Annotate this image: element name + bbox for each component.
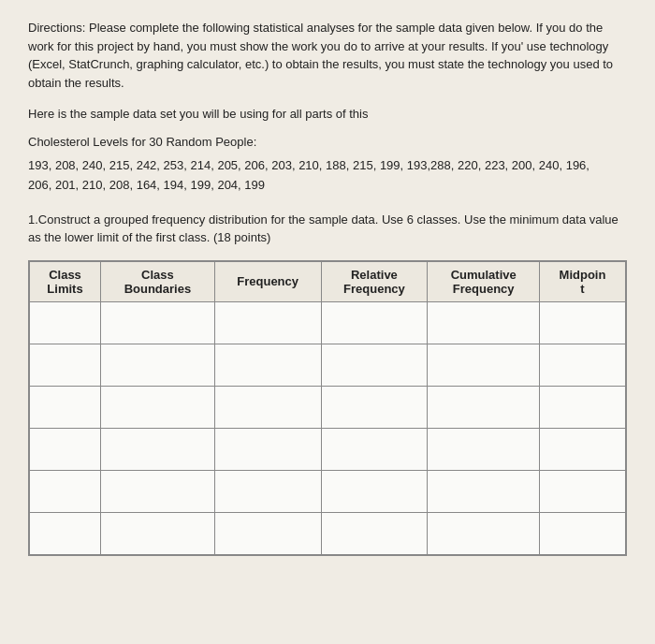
- cell-relative-frequency[interactable]: [321, 344, 428, 386]
- table-row: [30, 428, 626, 470]
- cholesterol-title: Cholesterol Levels for 30 Random People:: [28, 133, 627, 152]
- cell-class-boundaries[interactable]: [101, 512, 215, 554]
- table-row: [30, 301, 626, 344]
- col-header-frequency: Frequency: [214, 261, 321, 301]
- table-row: [30, 512, 626, 554]
- cell-frequency[interactable]: [214, 301, 321, 344]
- cell-class-boundaries[interactable]: [101, 386, 215, 428]
- cell-cumulative-frequency[interactable]: [428, 344, 540, 386]
- cell-frequency[interactable]: [214, 344, 321, 386]
- cell-relative-frequency[interactable]: [321, 428, 428, 470]
- cell-frequency[interactable]: [214, 470, 321, 512]
- cell-relative-frequency[interactable]: [321, 301, 428, 344]
- cell-cumulative-frequency[interactable]: [428, 386, 540, 428]
- cell-class-limits[interactable]: [30, 344, 101, 386]
- directions-content: Directions: Please complete the followin…: [28, 21, 613, 90]
- cell-midpoint[interactable]: [540, 512, 626, 554]
- cell-cumulative-frequency[interactable]: [428, 301, 540, 344]
- col-header-class-boundaries: ClassBoundaries: [101, 261, 215, 301]
- directions-text: Directions: Please complete the followin…: [28, 19, 627, 92]
- cell-midpoint[interactable]: [540, 470, 626, 512]
- cell-class-boundaries[interactable]: [101, 301, 215, 344]
- cell-cumulative-frequency[interactable]: [428, 512, 540, 554]
- cell-frequency[interactable]: [214, 512, 321, 554]
- cell-relative-frequency[interactable]: [321, 386, 428, 428]
- cell-class-limits[interactable]: [30, 386, 101, 428]
- cell-class-limits[interactable]: [30, 512, 101, 554]
- cell-midpoint[interactable]: [540, 344, 626, 386]
- cell-midpoint[interactable]: [540, 428, 626, 470]
- cholesterol-title-text: Cholesterol Levels for 30 Random People:: [28, 135, 256, 149]
- frequency-distribution-table: ClassLimits ClassBoundaries Frequency Re…: [28, 260, 627, 556]
- cell-class-boundaries[interactable]: [101, 344, 215, 386]
- sample-intro: Here is the sample data set you will be …: [28, 105, 627, 124]
- question-1-content: 1.Construct a grouped frequency distribu…: [28, 212, 619, 245]
- cell-class-boundaries[interactable]: [101, 428, 215, 470]
- cell-frequency[interactable]: [214, 428, 321, 470]
- cell-relative-frequency[interactable]: [321, 512, 428, 554]
- table-row: [30, 470, 626, 512]
- cell-relative-frequency[interactable]: [321, 470, 428, 512]
- cell-frequency[interactable]: [214, 386, 321, 428]
- cell-class-boundaries[interactable]: [101, 470, 215, 512]
- cell-cumulative-frequency[interactable]: [428, 428, 540, 470]
- data-line-2: 206, 201, 210, 208, 164, 194, 199, 204, …: [28, 178, 265, 192]
- col-header-cumulative-frequency: CumulativeFrequency: [428, 261, 540, 301]
- cell-cumulative-frequency[interactable]: [428, 470, 540, 512]
- col-header-relative-frequency: RelativeFrequency: [321, 261, 428, 301]
- table-row: [30, 386, 626, 428]
- cell-class-limits[interactable]: [30, 301, 101, 344]
- col-header-midpoint: Midpoint: [540, 261, 626, 301]
- data-values-block: 193, 208, 240, 215, 242, 253, 214, 205, …: [28, 156, 627, 196]
- data-line-1: 193, 208, 240, 215, 242, 253, 214, 205, …: [28, 158, 590, 172]
- question-1-text: 1.Construct a grouped frequency distribu…: [28, 211, 627, 247]
- cell-midpoint[interactable]: [540, 386, 626, 428]
- cell-class-limits[interactable]: [30, 470, 101, 512]
- cell-class-limits[interactable]: [30, 428, 101, 470]
- table-row: [30, 344, 626, 386]
- col-header-class-limits: ClassLimits: [30, 261, 101, 301]
- cell-midpoint[interactable]: [540, 301, 626, 344]
- sample-intro-text: Here is the sample data set you will be …: [28, 107, 368, 121]
